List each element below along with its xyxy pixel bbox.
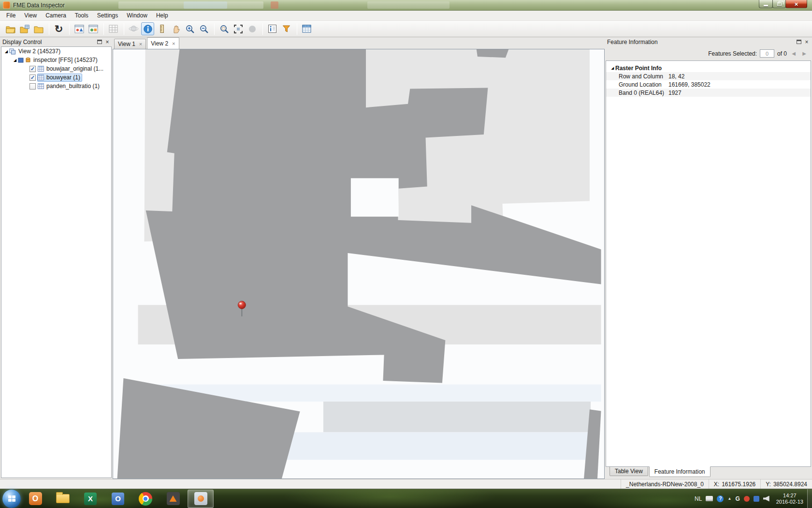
menu-camera[interactable]: Camera [41,11,71,21]
measure-button[interactable] [155,22,168,35]
language-indicator[interactable]: NL [695,495,702,502]
tab-view-2[interactable]: View 2 × [147,37,179,49]
start-button[interactable] [2,490,21,508]
close-button[interactable]: × [785,0,807,8]
float-panel-icon[interactable] [797,40,801,44]
filter-button[interactable] [280,22,293,35]
next-feature-icon[interactable]: ▶ [800,50,808,58]
keyboard-icon[interactable] [706,496,713,501]
tree-label[interactable]: bouwjaar_original (1... [45,65,105,72]
restore-button[interactable] [772,0,786,8]
feature-property-row[interactable]: Band 0 (REAL64) 1927 [606,89,811,97]
layer-checkbox-checked[interactable]: ✓ [29,66,36,72]
features-selected-label: Features Selected: [708,50,757,57]
google-icon[interactable]: G [735,495,740,502]
tab-close-icon[interactable]: × [172,41,175,46]
tree-label[interactable]: inspector [FFS] (145237) [32,57,99,63]
menu-settings[interactable]: Settings [93,11,122,21]
tree-row-view[interactable]: ◢ View 2 (145237) [1,47,111,56]
system-tray: NL ? ▲ G 14:27 2016-02-13 [695,493,807,505]
menu-file[interactable]: File [2,11,20,21]
display-control-panel: Display Control × ◢ View 2 (145237) ◢ in… [0,37,113,479]
new-3d-view-button[interactable] [87,22,100,35]
zoom-extents-button[interactable] [232,22,245,35]
table-view-button[interactable] [300,22,313,35]
close-panel-icon[interactable]: × [804,40,810,45]
menu-tools[interactable]: Tools [71,11,93,21]
refresh-button[interactable]: ↻ [52,22,65,35]
tab-view-1[interactable]: View 1 × [114,39,146,49]
table-grid-button[interactable] [107,22,120,35]
folder-button[interactable] [32,22,45,35]
notification-icon[interactable] [744,496,750,502]
layer-checkbox-unchecked[interactable] [29,83,36,90]
workspace: Display Control × ◢ View 2 (145237) ◢ in… [0,37,812,479]
raster-point-info-group[interactable]: ◢ Raster Point Info [606,64,811,72]
tab-feature-information[interactable]: Feature Information [649,466,710,477]
layer-entry-selected[interactable]: bouwyear (1) [37,74,82,82]
close-panel-icon[interactable]: × [104,40,110,45]
features-selected-input[interactable] [760,49,774,58]
cursor-x: X: 161675.1926 [709,479,760,489]
float-panel-icon[interactable] [97,40,102,44]
expand-arrow-icon[interactable]: ◢ [12,58,18,62]
minimize-button[interactable] [759,0,773,8]
show-desktop-button[interactable] [807,489,812,508]
tab-close-icon[interactable]: × [139,42,142,46]
property-value: 18, 42 [668,73,684,80]
previous-feature-icon[interactable]: ◀ [790,50,798,58]
new-2d-view-icon [74,25,84,33]
expand-arrow-icon[interactable]: ◢ [610,66,615,70]
map-canvas[interactable] [113,49,605,479]
volume-icon[interactable] [763,496,769,502]
app-icon [3,1,10,9]
clock[interactable]: 14:27 2016-02-13 [776,493,803,505]
zoom-out-icon [199,24,209,34]
tree-label[interactable]: View 2 (145237) [17,48,62,55]
taskbar-app-fme-data-inspector[interactable] [188,490,214,508]
menu-help[interactable]: Help [152,11,173,21]
mail-icon: O [112,493,124,505]
pan-button[interactable] [169,22,182,35]
tree-row-layer[interactable]: ✓ bouwjaar_original (1... [1,64,111,73]
feature-property-row[interactable]: Row and Column 18, 42 [606,72,811,80]
zoom-area-icon [219,24,229,34]
show-hidden-icons-icon[interactable]: ▲ [727,496,731,501]
add-dataset-icon [20,25,29,33]
orbit-button[interactable] [127,22,140,35]
tab-table-view[interactable]: Table View [609,467,648,476]
open-dataset-button[interactable] [4,22,17,35]
taskbar-app-outlook-orange[interactable]: O [22,490,48,508]
select-feature-button[interactable] [246,22,259,35]
new-2d-view-button[interactable] [72,22,86,35]
taskbar-app-fme-workbench[interactable] [160,490,186,508]
menu-view[interactable]: View [20,11,41,21]
glass-reflection [367,1,450,9]
zoom-area-button[interactable] [218,22,231,35]
app-tray-icon[interactable] [754,496,759,502]
property-name: Row and Column [619,73,668,80]
taskbar-app-chrome[interactable] [132,490,159,508]
zoom-out-button[interactable] [197,22,210,35]
tree-row-layer-selected[interactable]: ✓ bouwyear (1) [1,73,111,82]
taskbar-app-mail[interactable]: O [105,490,131,508]
help-icon[interactable]: ? [717,495,724,502]
taskbar-app-excel[interactable]: X [77,490,103,508]
zoom-in-button[interactable] [183,22,196,35]
taskbar-app-explorer[interactable] [50,490,76,508]
layer-entry[interactable]: bouwjaar_original (1... [37,65,105,73]
menu-window[interactable]: Window [122,11,152,21]
feature-property-row[interactable]: Ground Location 161669, 385022 [606,80,811,89]
add-dataset-button[interactable] [18,22,31,35]
info-panel-button[interactable] [266,22,279,35]
toolbar-separator [124,23,124,35]
layer-checkbox-checked[interactable]: ✓ [29,75,36,81]
tree-label[interactable]: panden_builtratio (1) [45,83,101,90]
expand-arrow-icon[interactable]: ◢ [3,49,9,54]
tree-row-dataset[interactable]: ◢ inspector [FFS] (145237) [1,56,111,64]
feature-information-mode-button[interactable] [141,22,154,35]
tree-row-layer[interactable]: panden_builtratio (1) [1,82,111,90]
outlook-orange-icon: O [29,492,42,505]
layer-entry[interactable]: panden_builtratio (1) [37,82,102,90]
tree-label[interactable]: bouwyear (1) [45,74,82,81]
